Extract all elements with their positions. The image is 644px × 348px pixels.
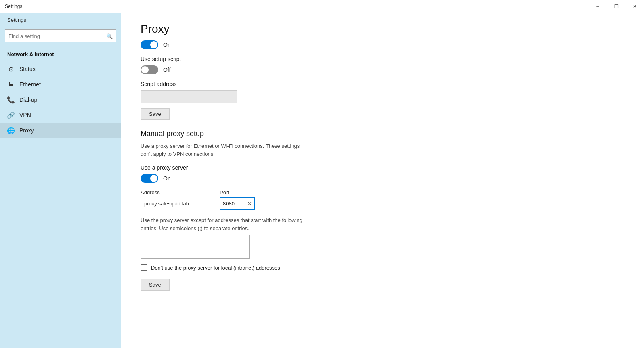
local-addresses-checkbox[interactable] [141,264,147,271]
sidebar-item-vpn[interactable]: 🔗 VPN [0,107,121,123]
script-address-label: Script address [141,81,465,87]
save-setup-script-button[interactable]: Save [141,108,170,120]
window-controls: − ❐ ✕ [588,0,644,13]
port-row: ✕ [220,197,255,210]
proxy-server-toggle-label: On [163,175,171,182]
exceptions-description: Use the proxy server except for addresse… [141,216,350,232]
setup-script-label: Use setup script [141,56,465,62]
port-field-group: Port ✕ [220,189,255,210]
local-addresses-checkbox-row: Don't use the proxy server for local (in… [141,264,465,271]
script-address-input[interactable] [141,90,237,103]
sidebar-item-ethernet[interactable]: 🖥 Ethernet [0,77,121,92]
port-label: Port [220,189,255,195]
use-proxy-label: Use a proxy server [141,164,465,171]
main-content: Proxy On Use setup script Off Script add… [121,0,644,348]
automatic-proxy-toggle-row: On [141,40,465,49]
search-input[interactable] [8,33,106,39]
address-port-row: Address Port ✕ [141,189,465,210]
page-title: Proxy [141,23,465,36]
proxy-server-toggle[interactable] [141,174,158,183]
proxy-icon: 🌐 [7,127,15,134]
toggle-knob-setup [141,66,149,73]
status-icon: ⊙ [7,65,15,73]
port-clear-button[interactable]: ✕ [245,198,254,209]
port-input[interactable] [220,198,245,209]
setup-script-toggle-label: Off [163,67,170,73]
vpn-icon: 🔗 [7,111,15,119]
minimize-button[interactable]: − [588,0,607,13]
local-addresses-label: Don't use the proxy server for local (in… [151,265,280,271]
sidebar-item-status[interactable]: ⊙ Status [0,61,121,77]
search-box[interactable]: 🔍 [5,29,116,42]
sidebar-item-label-vpn: VPN [19,112,31,118]
sidebar-item-dialup[interactable]: 📞 Dial-up [0,92,121,107]
dialup-icon: 📞 [7,96,15,103]
ethernet-icon: 🖥 [7,81,15,88]
exceptions-textarea[interactable] [141,235,250,259]
address-field-group: Address [141,189,213,210]
close-button[interactable]: ✕ [625,0,644,13]
sidebar-item-label-ethernet: Ethernet [19,81,41,88]
manual-proxy-title: Manual proxy setup [141,130,465,138]
proxy-server-toggle-row: On [141,174,465,183]
sidebar-item-label-status: Status [19,66,36,72]
sidebar-item-label-dialup: Dial-up [19,96,37,103]
search-icon: 🔍 [106,33,113,39]
setup-script-toggle[interactable] [141,65,158,74]
titlebar: Settings − ❐ ✕ [0,0,644,13]
setup-script-toggle-row: Off [141,65,465,74]
sidebar: Settings 🔍 Network & Internet ⊙ Status 🖥… [0,0,121,348]
restore-button[interactable]: ❐ [607,0,625,13]
sidebar-app-title: Settings [0,13,121,29]
toggle-knob-proxy [150,175,157,182]
automatic-proxy-toggle-label: On [163,42,171,48]
sidebar-category: Network & Internet [0,49,121,61]
address-label: Address [141,189,213,195]
sidebar-item-label-proxy: Proxy [19,127,34,134]
app-title: Settings [5,4,22,9]
save-manual-proxy-button[interactable]: Save [141,279,170,291]
sidebar-item-proxy[interactable]: 🌐 Proxy [0,123,121,138]
address-input[interactable] [141,197,213,210]
toggle-knob [150,41,157,48]
manual-proxy-description: Use a proxy server for Ethernet or Wi-Fi… [141,142,350,158]
automatic-proxy-toggle[interactable] [141,40,158,49]
